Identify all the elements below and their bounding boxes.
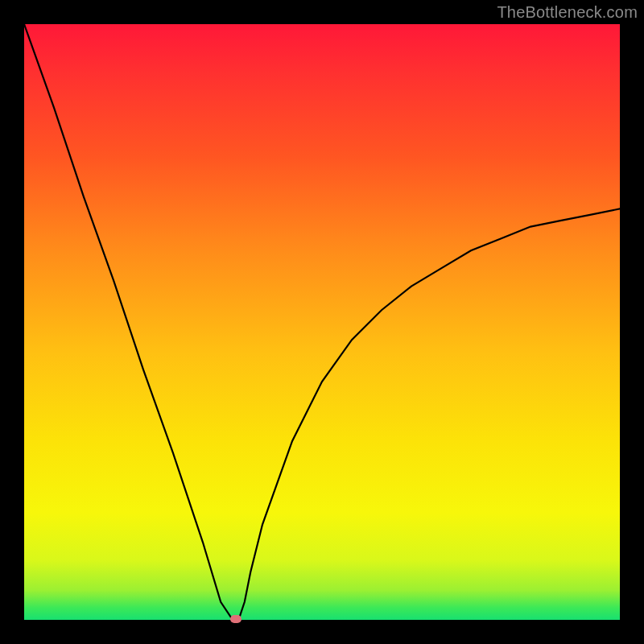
chart-frame: TheBottleneck.com bbox=[0, 0, 644, 644]
bottleneck-curve bbox=[24, 24, 620, 620]
watermark-text: TheBottleneck.com bbox=[497, 3, 638, 22]
plot-area bbox=[24, 24, 620, 620]
minimum-marker bbox=[230, 615, 242, 623]
